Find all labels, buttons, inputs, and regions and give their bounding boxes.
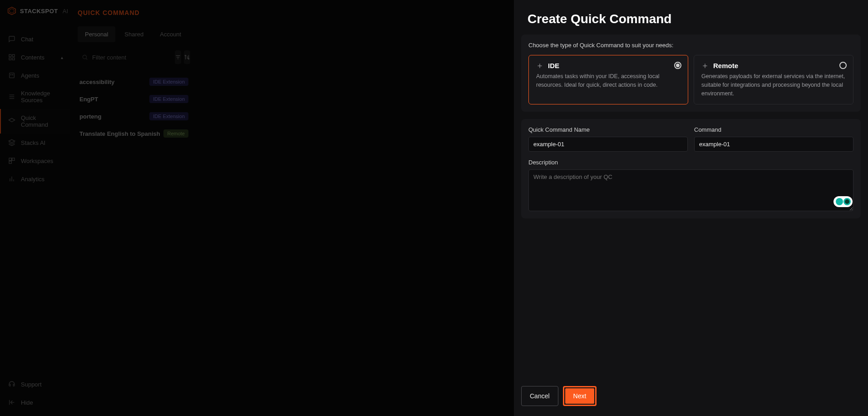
type-prompt: Choose the type of Quick Command to suit… xyxy=(528,42,853,49)
modal-footer: Cancel Next xyxy=(514,379,868,416)
create-quick-command-modal: Create Quick Command Choose the type of … xyxy=(514,0,868,416)
type-card-ide[interactable]: IDE Automates tasks within your IDE, acc… xyxy=(528,55,688,104)
type-card-remote[interactable]: Remote Generates payloads for external s… xyxy=(694,55,853,104)
command-input[interactable] xyxy=(694,137,853,152)
command-label: Command xyxy=(694,126,853,133)
grammarly-icon xyxy=(836,198,843,205)
type-section: Choose the type of Quick Command to suit… xyxy=(521,35,861,112)
radio-icon xyxy=(839,62,847,69)
description-textarea[interactable] xyxy=(528,169,853,211)
type-card-desc: Automates tasks within your IDE, accessi… xyxy=(536,72,681,89)
radio-selected-icon xyxy=(674,62,681,69)
form-section: Quick Command Name Command Description xyxy=(521,119,861,218)
name-label: Quick Command Name xyxy=(528,126,688,133)
type-card-title: Remote xyxy=(713,62,738,69)
modal-title: Create Quick Command xyxy=(514,0,868,35)
type-card-title: IDE xyxy=(548,62,559,69)
grammarly-icon xyxy=(843,198,851,205)
cancel-button[interactable]: Cancel xyxy=(521,386,558,406)
plus-icon xyxy=(701,62,709,69)
type-card-desc: Generates payloads for external services… xyxy=(701,72,846,98)
plus-icon xyxy=(536,62,543,69)
description-label: Description xyxy=(528,159,853,166)
next-button-highlight: Next xyxy=(563,386,597,406)
name-input[interactable] xyxy=(528,137,688,152)
grammarly-widget[interactable] xyxy=(833,196,853,207)
next-button[interactable]: Next xyxy=(565,388,595,404)
